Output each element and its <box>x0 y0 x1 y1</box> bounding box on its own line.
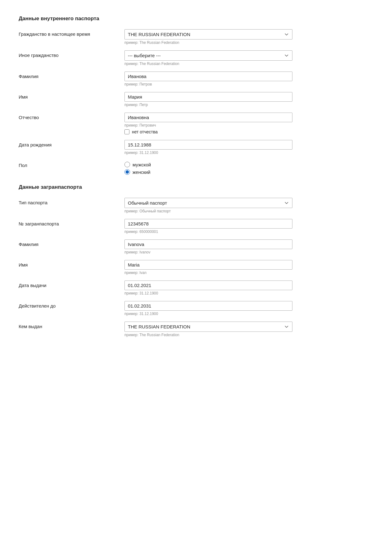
last-name-field: пример: Петров <box>124 72 373 86</box>
dob-hint: пример: 31.12.1900 <box>124 151 373 155</box>
expiry-date-input[interactable] <box>124 301 292 311</box>
other-citizenship-label: Иное гражданство <box>19 50 124 58</box>
foreign-first-name-hint: пример: Ivan <box>124 271 373 275</box>
middle-name-label: Отчество <box>19 113 124 120</box>
gender-female-label: женский <box>133 169 150 175</box>
gender-row: Пол мужской женский <box>19 160 373 175</box>
passport-type-select[interactable]: Обычный паспорт <box>124 198 292 208</box>
foreign-last-name-hint: пример: Ivanov <box>124 250 373 254</box>
foreign-first-name-row: Имя пример: Ivan <box>19 260 373 275</box>
middle-name-hint: пример: Петрович <box>124 123 373 128</box>
first-name-label: Имя <box>19 92 124 100</box>
first-name-input[interactable] <box>124 92 292 102</box>
last-name-input[interactable] <box>124 72 292 81</box>
passport-type-hint: пример: Обычный паспорт <box>124 209 373 213</box>
issue-date-input[interactable] <box>124 281 292 290</box>
first-name-hint: пример: Петр <box>124 103 373 107</box>
issued-by-select[interactable]: THE RUSSIAN FEDERATION <box>124 322 292 332</box>
issued-by-field: THE RUSSIAN FEDERATION пример: The Russi… <box>124 322 373 337</box>
last-name-row: Фамилия пример: Петров <box>19 72 373 86</box>
passport-number-row: № загранпаспорта пример: 650000001 <box>19 219 373 234</box>
other-citizenship-row: Иное гражданство --- выберите --- пример… <box>19 50 373 66</box>
section-divider: Данные загранпаспорта <box>19 184 373 190</box>
gender-label: Пол <box>19 160 124 168</box>
issue-date-hint: пример: 31.12.1900 <box>124 291 373 295</box>
issue-date-field: пример: 31.12.1900 <box>124 281 373 295</box>
expiry-date-label: Действителен до <box>19 301 124 308</box>
passport-type-label: Тип паспорта <box>19 198 124 205</box>
passport-number-hint: пример: 650000001 <box>124 230 373 234</box>
citizenship-label: Гражданство в настоящее время <box>19 29 124 37</box>
expiry-date-row: Действителен до пример: 31.12.1900 <box>19 301 373 316</box>
passport-number-field: пример: 650000001 <box>124 219 373 234</box>
foreign-first-name-input[interactable] <box>124 260 292 270</box>
foreign-last-name-label: Фамилия <box>19 239 124 247</box>
foreign-last-name-input[interactable] <box>124 239 292 249</box>
last-name-label: Фамилия <box>19 72 124 79</box>
last-name-hint: пример: Петров <box>124 82 373 86</box>
dob-input[interactable] <box>124 140 292 150</box>
foreign-last-name-field: пример: Ivanov <box>124 239 373 254</box>
foreign-first-name-field: пример: Ivan <box>124 260 373 275</box>
passport-number-input[interactable] <box>124 219 292 229</box>
middle-name-input[interactable] <box>124 113 292 122</box>
citizenship-field: THE RUSSIAN FEDERATION пример: The Russi… <box>124 29 373 45</box>
passport-number-label: № загранпаспорта <box>19 219 124 226</box>
dob-label: Дата рождения <box>19 140 124 147</box>
no-middle-name-label: нет отчества <box>132 129 158 134</box>
first-name-field: пример: Петр <box>124 92 373 107</box>
foreign-first-name-label: Имя <box>19 260 124 267</box>
issued-by-label: Кем выдан <box>19 322 124 329</box>
gender-female-option: женский <box>124 169 373 175</box>
gender-male-label: мужской <box>133 162 151 167</box>
gender-male-radio[interactable] <box>124 162 130 167</box>
issue-date-label: Дата выдачи <box>19 281 124 288</box>
citizenship-row: Гражданство в настоящее время THE RUSSIA… <box>19 29 373 45</box>
internal-passport-section-title: Данные внутреннего паспорта <box>19 16 373 22</box>
gender-radio-group: мужской женский <box>124 160 373 175</box>
other-citizenship-select[interactable]: --- выберите --- <box>124 50 292 61</box>
dob-field: пример: 31.12.1900 <box>124 140 373 155</box>
issue-date-row: Дата выдачи пример: 31.12.1900 <box>19 281 373 295</box>
issued-by-row: Кем выдан THE RUSSIAN FEDERATION пример:… <box>19 322 373 337</box>
passport-type-row: Тип паспорта Обычный паспорт пример: Обы… <box>19 198 373 213</box>
middle-name-field: пример: Петрович нет отчества <box>124 113 373 134</box>
foreign-last-name-row: Фамилия пример: Ivanov <box>19 239 373 254</box>
expiry-date-hint: пример: 31.12.1900 <box>124 312 373 316</box>
no-middle-name-checkbox[interactable] <box>124 129 129 134</box>
first-name-row: Имя пример: Петр <box>19 92 373 107</box>
issued-by-hint: пример: The Russian Federation <box>124 333 373 337</box>
citizenship-hint: пример: The Russian Federation <box>124 40 373 45</box>
no-middle-name-row: нет отчества <box>124 129 373 134</box>
citizenship-select[interactable]: THE RUSSIAN FEDERATION <box>124 29 292 39</box>
gender-field: мужской женский <box>124 160 373 175</box>
expiry-date-field: пример: 31.12.1900 <box>124 301 373 316</box>
passport-type-field: Обычный паспорт пример: Обычный паспорт <box>124 198 373 213</box>
foreign-passport-section-title: Данные загранпаспорта <box>19 184 373 190</box>
other-citizenship-field: --- выберите --- пример: The Russian Fed… <box>124 50 373 66</box>
gender-female-radio[interactable] <box>124 169 130 175</box>
dob-row: Дата рождения пример: 31.12.1900 <box>19 140 373 155</box>
middle-name-row: Отчество пример: Петрович нет отчества <box>19 113 373 134</box>
other-citizenship-hint: пример: The Russian Federation <box>124 62 373 66</box>
gender-male-option: мужской <box>124 162 373 167</box>
